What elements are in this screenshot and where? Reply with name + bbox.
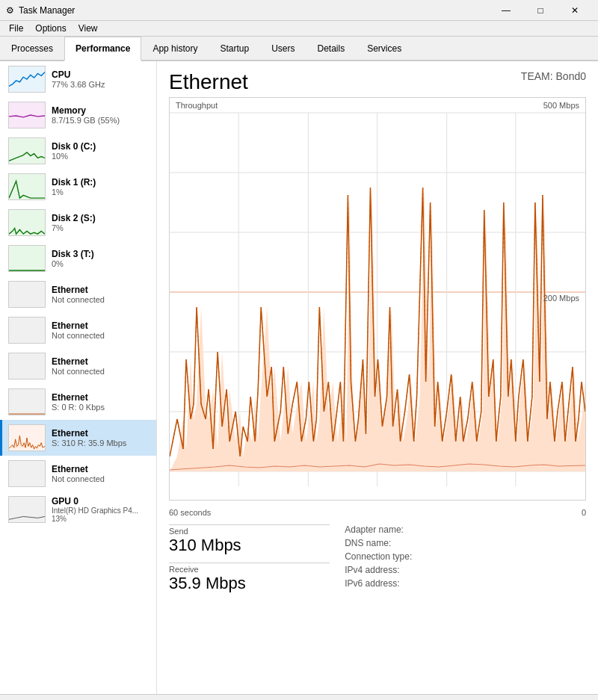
sidebar-item-eth5[interactable]: Ethernet S: 310 R: 35.9 Mbps <box>0 420 156 456</box>
bottom-bar: ⬆ Fewer details | 📊 Open Resource Monito… <box>0 694 598 700</box>
menu-view[interactable]: View <box>73 21 104 36</box>
sidebar-item-gpu0[interactable]: GPU 0 Intel(R) HD Graphics P4... 13% <box>0 492 156 527</box>
disk2-thumbnail <box>8 209 46 236</box>
eth3-label: Ethernet Not connected <box>52 356 105 376</box>
sidebar-item-eth6[interactable]: Ethernet Not connected <box>0 456 156 492</box>
eth1-label: Ethernet Not connected <box>52 285 105 304</box>
eth5-label: Ethernet S: 310 R: 35.9 Mbps <box>52 428 126 447</box>
main-content: CPU 77% 3.68 GHz Memory 8.7/15.9 GB (55%… <box>0 61 598 694</box>
eth1-thumbnail <box>8 281 46 308</box>
tab-bar: Processes Performance App history Startu… <box>0 37 598 61</box>
disk1-thumbnail <box>8 173 46 200</box>
eth4-thumbnail <box>8 388 46 415</box>
disk0-label: Disk 0 (C:) 10% <box>52 141 96 161</box>
app-icon: ⚙ <box>6 5 14 16</box>
info-adapter-name: Adapter name: <box>345 524 586 535</box>
sidebar-item-eth1[interactable]: Ethernet Not connected <box>0 276 156 312</box>
chart-svg <box>170 98 585 501</box>
sidebar-item-memory[interactable]: Memory 8.7/15.9 GB (55%) <box>0 97 156 133</box>
info-connection-type: Connection type: <box>345 551 586 562</box>
memory-label: Memory 8.7/15.9 GB (55%) <box>52 105 120 125</box>
detail-title: Ethernet <box>169 70 248 94</box>
eth4-label: Ethernet S: 0 R: 0 Kbps <box>52 392 105 412</box>
app-title: Task Manager <box>19 5 75 16</box>
tab-services[interactable]: Services <box>356 37 413 61</box>
sidebar-item-eth3[interactable]: Ethernet Not connected <box>0 348 156 384</box>
title-bar-left: ⚙ Task Manager <box>6 5 75 16</box>
cpu-thumbnail <box>8 66 46 93</box>
tab-app-history[interactable]: App history <box>141 37 209 61</box>
disk3-label: Disk 3 (T:) 0% <box>52 249 94 268</box>
disk1-label: Disk 1 (R:) 1% <box>52 177 96 196</box>
sidebar-item-disk3[interactable]: Disk 3 (T:) 0% <box>0 241 156 276</box>
tab-processes[interactable]: Processes <box>0 37 64 61</box>
memory-thumbnail <box>8 102 46 128</box>
tab-details[interactable]: Details <box>306 37 356 61</box>
500mbps-label: 500 Mbps <box>543 101 579 110</box>
chart-time-labels: 60 seconds 0 <box>169 507 586 518</box>
sidebar-item-eth4[interactable]: Ethernet S: 0 R: 0 Kbps <box>0 384 156 420</box>
sidebar-item-disk2[interactable]: Disk 2 (S:) 7% <box>0 205 156 241</box>
sidebar-item-disk0[interactable]: Disk 0 (C:) 10% <box>0 133 156 169</box>
menu-options[interactable]: Options <box>29 21 72 36</box>
disk2-label: Disk 2 (S:) 7% <box>52 213 96 232</box>
throughput-label: Throughput <box>176 101 218 110</box>
tab-startup[interactable]: Startup <box>209 37 260 61</box>
gpu0-label: GPU 0 Intel(R) HD Graphics P4... 13% <box>52 496 138 523</box>
minimize-button[interactable]: — <box>489 3 523 18</box>
title-bar: ⚙ Task Manager — □ ✕ <box>0 0 598 21</box>
info-ipv6: IPv6 address: <box>345 578 586 589</box>
ethernet-chart: Throughput 500 Mbps <box>169 97 586 501</box>
sidebar-item-cpu[interactable]: CPU 77% 3.68 GHz <box>0 61 156 97</box>
disk3-thumbnail <box>8 245 46 272</box>
stat-col-send: Send 310 Mbps Receive 35.9 Mbps <box>169 524 330 601</box>
cpu-label: CPU 77% 3.68 GHz <box>52 69 105 89</box>
send-label: Send <box>169 524 330 536</box>
stat-receive: Receive 35.9 Mbps <box>169 563 330 593</box>
receive-label: Receive <box>169 563 330 574</box>
detail-adapter: TEAM: Bond0 <box>521 70 586 82</box>
menu-bar: File Options View <box>0 21 598 37</box>
maximize-button[interactable]: □ <box>523 3 558 18</box>
time-start-label: 60 seconds <box>169 508 211 517</box>
disk0-thumbnail <box>8 137 46 164</box>
stats-grid: Send 310 Mbps Receive 35.9 Mbps Adapter … <box>169 524 586 601</box>
eth6-label: Ethernet Not connected <box>52 464 105 483</box>
detail-header: Ethernet TEAM: Bond0 <box>169 70 586 94</box>
time-end-label: 0 <box>582 508 586 517</box>
info-col: Adapter name: DNS name: Connection type:… <box>345 524 586 601</box>
stat-send: Send 310 Mbps <box>169 524 330 555</box>
eth5-thumbnail <box>8 424 46 451</box>
eth6-thumbnail <box>8 460 46 487</box>
receive-value: 35.9 Mbps <box>169 574 330 593</box>
sidebar-item-eth2[interactable]: Ethernet Not connected <box>0 312 156 348</box>
detail-panel: Ethernet TEAM: Bond0 Throughput 500 Mbps <box>157 61 598 694</box>
gpu0-thumbnail <box>8 496 46 523</box>
eth2-thumbnail <box>8 317 46 344</box>
tab-users[interactable]: Users <box>260 37 306 61</box>
sidebar: CPU 77% 3.68 GHz Memory 8.7/15.9 GB (55%… <box>0 61 157 694</box>
send-value: 310 Mbps <box>169 536 330 555</box>
info-dns: DNS name: <box>345 538 586 548</box>
close-button[interactable]: ✕ <box>558 3 592 18</box>
eth3-thumbnail <box>8 353 46 380</box>
info-ipv4: IPv4 address: <box>345 565 586 575</box>
eth2-label: Ethernet Not connected <box>52 320 105 340</box>
title-bar-controls: — □ ✕ <box>489 3 592 18</box>
tab-performance[interactable]: Performance <box>64 37 141 61</box>
sidebar-item-disk1[interactable]: Disk 1 (R:) 1% <box>0 169 156 205</box>
200mbps-label: 200 Mbps <box>543 294 579 303</box>
menu-file[interactable]: File <box>3 21 29 36</box>
